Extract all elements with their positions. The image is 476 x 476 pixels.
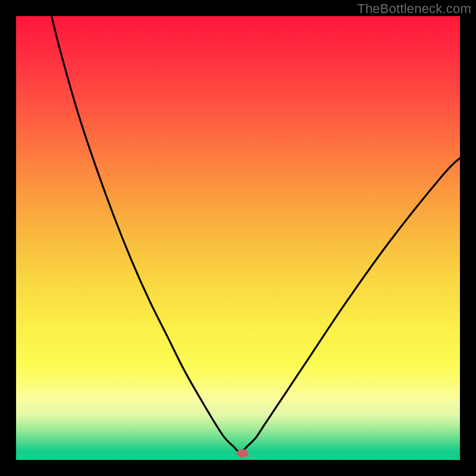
chart-svg <box>16 16 460 460</box>
minimum-marker <box>236 449 248 458</box>
chart-container: TheBottleneck.com <box>0 0 476 476</box>
attribution-text: TheBottleneck.com <box>357 1 471 17</box>
plot-area <box>16 16 460 460</box>
